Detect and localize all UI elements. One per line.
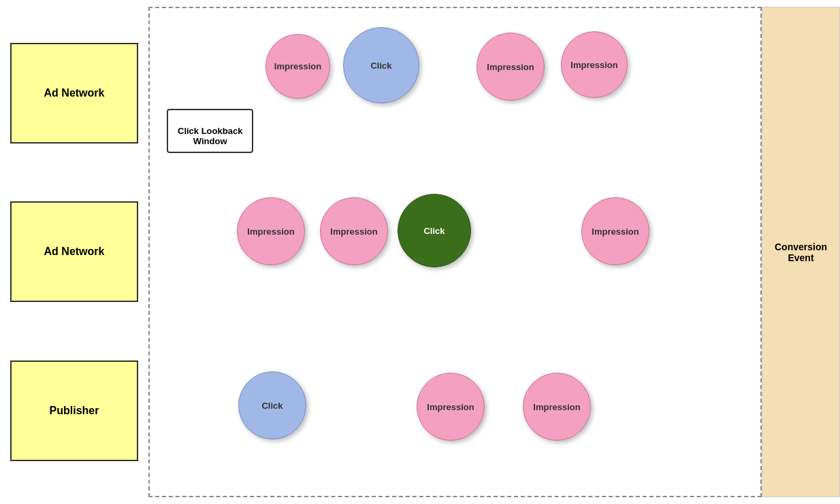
circle-click-r1c2: Click xyxy=(343,27,419,103)
lookback-label: Click Lookback Window xyxy=(178,126,242,146)
ad-network-label-1: Ad Network xyxy=(44,87,105,99)
circle-impression-r2c4: Impression xyxy=(581,197,649,265)
diagram-container: Ad Network Ad Network Publisher Click Lo… xyxy=(0,0,840,504)
conversion-event-label: Conversion Event xyxy=(769,241,833,263)
circle-impression-r1c1: Impression xyxy=(265,34,330,99)
lookback-window-box: Click Lookback Window xyxy=(167,109,253,153)
circle-click-r3c1: Click xyxy=(238,371,306,439)
ad-network-label-2: Ad Network xyxy=(44,246,105,258)
conversion-panel: Conversion Event xyxy=(762,7,840,497)
ad-network-box-1: Ad Network xyxy=(10,43,138,144)
left-panel: Ad Network Ad Network Publisher xyxy=(0,0,148,504)
circle-click-r2c3: Click xyxy=(398,194,471,267)
circle-impression-r1c3: Impression xyxy=(476,33,545,101)
publisher-label: Publisher xyxy=(50,405,99,417)
circle-impression-r2c1: Impression xyxy=(237,197,305,265)
ad-network-box-2: Ad Network xyxy=(10,201,138,302)
circle-impression-r3c2: Impression xyxy=(417,373,485,441)
publisher-box: Publisher xyxy=(10,360,138,461)
circle-impression-r1c4: Impression xyxy=(561,31,628,98)
circle-impression-r2c2: Impression xyxy=(320,197,388,265)
circle-impression-r3c3: Impression xyxy=(523,373,591,441)
